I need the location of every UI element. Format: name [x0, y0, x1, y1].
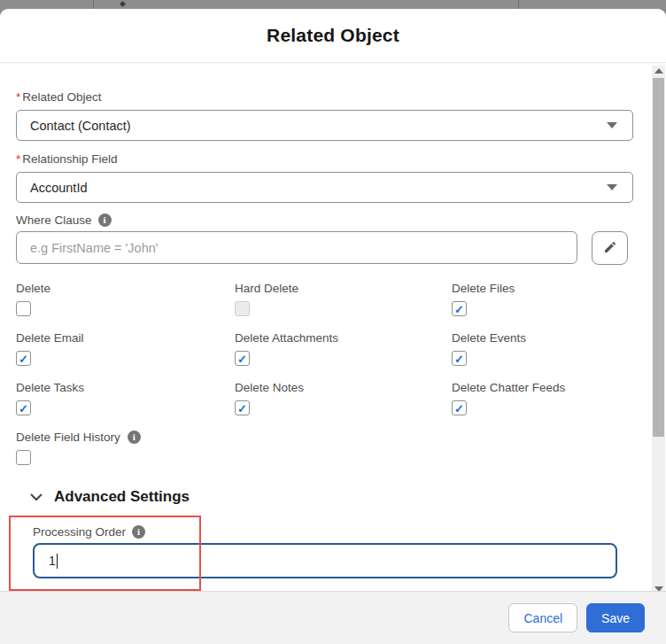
required-asterisk: * [16, 152, 20, 166]
checkmark-icon: ✓ [454, 403, 464, 415]
info-icon[interactable]: i [132, 525, 145, 539]
checkbox-field: Hard Delete ✓ [235, 281, 452, 316]
checkmark-icon: ✓ [237, 353, 247, 365]
checkbox-label: Delete Email [16, 330, 84, 345]
checkbox-field: Delete Notes ✓ [235, 380, 452, 415]
cancel-button[interactable]: Cancel [508, 603, 577, 632]
checkbox: ✓ [235, 301, 250, 316]
info-icon[interactable]: i [98, 213, 112, 227]
checkbox-field: Delete Chatter Feeds ✓ [452, 380, 633, 415]
required-asterisk: * [16, 90, 20, 104]
modal-footer: Cancel Save [0, 591, 666, 644]
checkmark-icon: ✓ [19, 403, 28, 415]
checkbox-field: Delete Attachments ✓ [235, 330, 452, 366]
checkbox-label: Delete Field History [16, 430, 120, 445]
advanced-settings-toggle[interactable]: Advanced Settings [16, 488, 633, 506]
checkbox-label: Delete Attachments [235, 330, 338, 345]
browser-chrome-strip [0, 0, 666, 9]
checkbox-label: Delete Files [452, 281, 515, 296]
dropdown-arrow-icon [607, 122, 617, 128]
checkbox-label: Hard Delete [235, 281, 298, 296]
processing-order-label: Processing Order i [33, 524, 633, 539]
checkbox-field: Delete Files ✓ [452, 281, 633, 316]
checkbox[interactable]: ✓ [452, 301, 467, 316]
scrollbar-up-icon[interactable] [654, 68, 663, 74]
browser-chrome-divider [518, 0, 519, 9]
text-caret [57, 554, 58, 569]
checkbox-label: Delete [16, 281, 50, 296]
checkbox[interactable]: ✓ [452, 351, 467, 366]
checkbox[interactable]: ✓ [16, 301, 31, 316]
checkbox[interactable]: ✓ [235, 400, 250, 415]
modal-body: *Related Object Contact (Contact) *Relat… [0, 63, 666, 578]
relationship-field-label: *Relationship Field [16, 151, 633, 167]
checkbox-field: Delete Field History i ✓ [16, 430, 235, 465]
where-clause-label: Where Clause i [16, 213, 633, 228]
checkmark-icon: ✓ [454, 304, 464, 315]
modal-title: Related Object [267, 25, 399, 46]
processing-order-input[interactable]: 1 [33, 543, 617, 578]
checkmark-icon: ✓ [19, 353, 28, 365]
edit-where-clause-button[interactable] [592, 231, 628, 265]
checkbox-field: Delete Events ✓ [452, 330, 633, 366]
related-object-combobox[interactable]: Contact (Contact) [16, 110, 633, 141]
advanced-settings-section: Advanced Settings Processing Order i 1 [16, 488, 633, 578]
checkmark-icon: ✓ [237, 403, 247, 415]
relationship-field-value: AccountId [30, 181, 88, 195]
vertical-scrollbar[interactable] [652, 66, 665, 597]
checkbox-field: Delete ✓ [16, 281, 235, 316]
advanced-settings-title: Advanced Settings [54, 488, 190, 506]
browser-chrome-divider [93, 0, 94, 9]
processing-order-value: 1 [49, 554, 56, 568]
checkbox-label: Delete Notes [235, 380, 304, 395]
checkbox[interactable]: ✓ [16, 351, 31, 366]
chevron-down-icon [30, 489, 43, 505]
checkmark-icon: ✓ [454, 353, 464, 365]
checkbox-field: Delete Email ✓ [16, 330, 235, 366]
browser-chrome-fragment [120, 1, 126, 7]
modal-header: Related Object [0, 9, 666, 63]
checkbox[interactable]: ✓ [235, 351, 250, 366]
related-object-value: Contact (Contact) [30, 119, 131, 133]
checkbox[interactable]: ✓ [16, 450, 31, 465]
checkbox[interactable]: ✓ [16, 400, 31, 415]
info-icon[interactable]: i [128, 431, 141, 444]
checkbox-label: Delete Events [452, 330, 526, 345]
checkbox-label: Delete Tasks [16, 380, 84, 395]
scrollbar-thumb[interactable] [653, 78, 664, 437]
checkbox-label: Delete Chatter Feeds [452, 380, 565, 395]
save-button[interactable]: Save [586, 603, 645, 632]
checkbox[interactable]: ✓ [452, 400, 467, 415]
related-object-label: *Related Object [16, 89, 633, 105]
checkbox-field: Delete Tasks ✓ [16, 380, 235, 415]
pencil-icon [603, 240, 617, 257]
where-clause-input[interactable] [16, 231, 577, 264]
relationship-field-combobox[interactable]: AccountId [16, 172, 633, 203]
checkbox-grid: Delete ✓ Hard Delete ✓ Delete Files ✓ De… [16, 281, 633, 465]
dropdown-arrow-icon [607, 184, 617, 190]
related-object-modal: Related Object *Related Object Contact (… [0, 9, 666, 644]
